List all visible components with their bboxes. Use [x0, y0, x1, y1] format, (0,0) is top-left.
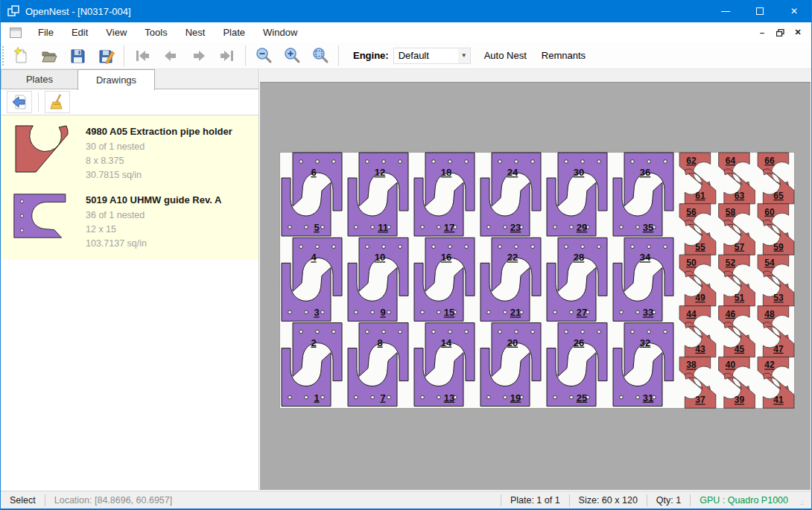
first-plate-button[interactable]	[128, 45, 156, 67]
clean-button[interactable]	[45, 91, 70, 113]
open-button[interactable]	[35, 45, 63, 67]
nested-part[interactable]	[414, 348, 463, 407]
zoom-in-button[interactable]	[278, 45, 306, 67]
nested-part[interactable]	[547, 263, 596, 321]
resize-grip[interactable]: .:	[800, 499, 809, 508]
nested-part[interactable]	[624, 323, 673, 381]
menu-nest[interactable]: Nest	[177, 23, 215, 42]
plate[interactable]: 6512111817242330293635431091615222128273…	[280, 153, 794, 408]
nested-part[interactable]	[492, 323, 541, 381]
next-plate-button[interactable]	[185, 45, 213, 67]
nested-part[interactable]	[293, 153, 342, 211]
last-icon	[218, 47, 237, 65]
chevron-down-icon[interactable]: ▼	[458, 48, 470, 63]
close-button[interactable]: ✕	[777, 0, 811, 22]
nested-part[interactable]	[282, 178, 331, 236]
part-number-label: 42	[764, 360, 775, 370]
part-number-label: 51	[735, 293, 745, 303]
engine-label: Engine:	[353, 50, 389, 61]
part-number-label: 23	[510, 222, 521, 233]
nested-part[interactable]	[414, 178, 463, 236]
hole	[620, 226, 624, 229]
mdi-child-icon[interactable]	[10, 28, 22, 38]
tab-plates[interactable]: Plates	[1, 69, 78, 89]
nested-part[interactable]	[348, 348, 397, 407]
nested-part[interactable]	[293, 323, 342, 381]
status-gpu: GPU : Quadro P1000	[691, 495, 797, 506]
hole	[647, 330, 651, 334]
hole	[437, 395, 441, 399]
nested-part[interactable]	[425, 238, 475, 296]
tab-drawings[interactable]: Drawings	[77, 69, 155, 90]
minimize-button[interactable]: —	[708, 0, 743, 22]
nested-part[interactable]	[359, 323, 408, 381]
hole	[387, 310, 391, 314]
menu-window[interactable]: Window	[254, 23, 306, 42]
nested-part[interactable]	[558, 323, 607, 381]
hole	[570, 310, 574, 314]
hole	[20, 214, 23, 217]
nested-part[interactable]	[613, 263, 662, 321]
nest-viewport[interactable]: 6512111817242330293635431091615222128273…	[260, 82, 811, 490]
previous-plate-button[interactable]	[156, 45, 185, 67]
nested-part[interactable]	[624, 153, 673, 211]
list-item[interactable]: 5019 A10 UHMW guide Rev. A 36 of 1 neste…	[1, 187, 258, 255]
menu-tools[interactable]: Tools	[136, 23, 176, 42]
nested-part[interactable]	[425, 323, 475, 381]
save-as-button[interactable]	[92, 45, 120, 67]
new-file-button[interactable]	[7, 45, 35, 67]
menu-plate[interactable]: Plate	[214, 23, 254, 42]
hole	[321, 226, 325, 229]
nested-part[interactable]	[480, 178, 530, 236]
hole	[399, 245, 402, 249]
zoom-fit-button[interactable]	[306, 45, 334, 67]
nested-part[interactable]	[492, 153, 541, 211]
remnants-button[interactable]: Remnants	[534, 45, 593, 66]
nested-part[interactable]	[359, 238, 408, 296]
nested-part[interactable]	[624, 238, 673, 296]
nested-part[interactable]	[14, 194, 66, 238]
hole	[620, 310, 624, 314]
maximize-button[interactable]	[743, 0, 777, 22]
nested-part[interactable]	[613, 348, 662, 407]
hole	[355, 226, 358, 229]
list-item[interactable]: 4980 A05 Extraction pipe holder 30 of 1 …	[1, 118, 258, 187]
nested-part[interactable]	[359, 153, 408, 211]
mdi-close-button[interactable]: ✕	[790, 26, 805, 39]
auto-nest-button[interactable]: Auto Nest	[477, 45, 534, 66]
mdi-restore-button[interactable]	[773, 26, 787, 39]
import-back-button[interactable]	[7, 91, 32, 113]
zoom-out-button[interactable]	[250, 45, 278, 67]
hole	[636, 395, 640, 399]
mdi-minimize-button[interactable]: –	[755, 26, 770, 39]
menu-edit[interactable]: Edit	[63, 23, 97, 42]
nested-part[interactable]	[282, 263, 331, 321]
save-button[interactable]	[63, 45, 92, 67]
nested-part[interactable]	[16, 126, 68, 172]
nested-part[interactable]	[547, 348, 596, 407]
menu-file[interactable]: File	[29, 23, 63, 42]
last-plate-button[interactable]	[213, 45, 241, 67]
part-number-label: 13	[444, 392, 454, 404]
nested-part[interactable]	[480, 348, 530, 407]
nested-part[interactable]	[348, 178, 397, 236]
hole	[554, 395, 557, 399]
nested-part[interactable]	[558, 153, 607, 211]
menu-view[interactable]: View	[97, 23, 136, 42]
hole	[664, 160, 667, 164]
hole	[316, 245, 320, 249]
part-number-label: 18	[441, 167, 451, 178]
nested-part[interactable]	[558, 238, 607, 296]
nested-part[interactable]	[425, 153, 475, 211]
hole	[465, 330, 469, 334]
engine-select[interactable]: Default ▼	[393, 48, 471, 64]
hole	[565, 330, 568, 334]
nested-part[interactable]	[293, 238, 342, 296]
nested-part[interactable]	[492, 238, 541, 296]
nested-part[interactable]	[613, 178, 662, 236]
nested-part[interactable]	[282, 348, 331, 407]
nested-part[interactable]	[414, 263, 463, 321]
nested-part[interactable]	[480, 263, 530, 321]
nested-part[interactable]	[547, 178, 596, 236]
nested-part[interactable]	[348, 263, 397, 321]
